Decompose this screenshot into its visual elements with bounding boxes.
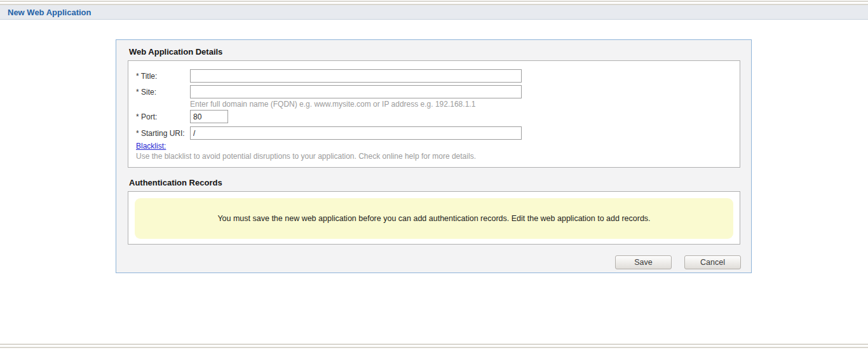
title-label: * Title: — [136, 72, 190, 81]
blacklist-hint-text: Use the blacklist to avoid potential dis… — [136, 152, 476, 161]
web-application-details-box: * Title: * Site: Enter full domain name … — [128, 60, 740, 168]
site-label: * Site: — [136, 88, 190, 97]
authentication-notice: You must save the new web application be… — [135, 198, 733, 239]
port-label: * Port: — [136, 112, 190, 121]
authentication-records-box: You must save the new web application be… — [128, 191, 740, 245]
details-section-heading: Web Application Details — [129, 47, 222, 57]
page-title: New Web Application — [8, 8, 91, 17]
page-background: New Web Application Web Application Deta… — [0, 0, 868, 350]
save-button[interactable]: Save — [615, 255, 672, 269]
starting-uri-label: * Starting URI: — [136, 129, 190, 138]
window-edge-line-top — [0, 1, 868, 2]
cancel-button[interactable]: Cancel — [684, 255, 741, 269]
blacklist-link[interactable]: Blacklist: — [136, 142, 166, 151]
authentication-notice-text: You must save the new web application be… — [205, 214, 663, 223]
window-edge-line-bottom — [0, 344, 868, 345]
window-edge-line-bottom2 — [0, 347, 868, 348]
page-header-bar: New Web Application — [0, 5, 868, 20]
title-field-row: * Title: — [136, 69, 522, 83]
action-button-row: Save Cancel — [615, 255, 741, 269]
port-input[interactable] — [190, 110, 228, 123]
authentication-section-heading: Authentication Records — [129, 178, 222, 187]
starting-uri-field-row: * Starting URI: — [136, 126, 522, 140]
site-hint-text: Enter full domain name (FQDN) e.g. www.m… — [190, 100, 475, 109]
starting-uri-input[interactable] — [190, 126, 522, 140]
port-field-row: * Port: — [136, 110, 228, 123]
site-field-row: * Site: — [136, 85, 522, 98]
site-input[interactable] — [190, 85, 522, 98]
title-input[interactable] — [190, 69, 522, 83]
new-web-application-panel: Web Application Details * Title: * Site:… — [116, 39, 752, 273]
